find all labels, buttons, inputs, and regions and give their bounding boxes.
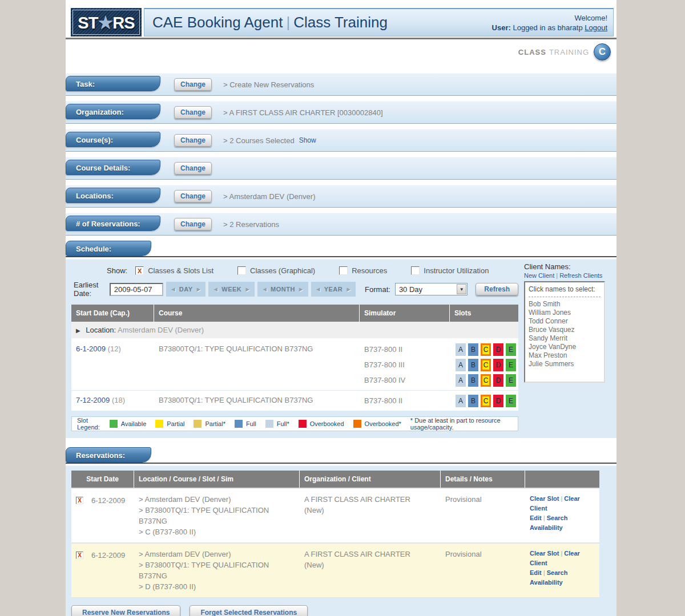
slot-badge-b[interactable]: B xyxy=(468,374,478,387)
clear-slot-link[interactable]: Clear Slot xyxy=(530,550,559,557)
slot-badge-b[interactable]: B xyxy=(468,395,478,407)
logout-link[interactable]: Logout xyxy=(585,23,607,32)
listbox-header: Click names to select: xyxy=(529,285,601,294)
slot-badge-b[interactable]: B xyxy=(468,343,478,356)
edit-link[interactable]: Edit xyxy=(530,514,542,521)
clear-slot-link[interactable]: Clear Slot xyxy=(530,495,559,502)
month-forward-icon[interactable]: ► xyxy=(298,286,304,293)
week-back-icon[interactable]: ◄ xyxy=(212,286,219,293)
legend-item-full: Full* xyxy=(265,420,289,428)
actions-cell: Clear Slot | Clear ClientEdit | Search A… xyxy=(525,489,599,542)
show-option-resources: Resources xyxy=(339,266,387,275)
change-button-organization[interactable]: Change xyxy=(174,106,212,119)
slot-badge-a[interactable]: A xyxy=(456,374,466,387)
schedule-table: Start Date (Cap.)CourseSimulatorSlots ▶ … xyxy=(71,305,518,411)
change-button-course-details[interactable]: Change xyxy=(174,162,212,175)
schedule-row: 7-12-2009 (18)B73800TQ/1: TYPE QUALIFICA… xyxy=(71,390,518,411)
location-line: > Amsterdam DEV (Denver) xyxy=(139,494,295,505)
client-name-julie-summers[interactable]: Julie Summers xyxy=(529,360,601,368)
slot-badge-row: ABCDE xyxy=(450,342,518,357)
client-name-joyce-vandyne[interactable]: Joyce VanDyne xyxy=(529,343,601,351)
client-name-todd-conner[interactable]: Todd Conner xyxy=(529,317,601,326)
month-back-icon[interactable]: ◄ xyxy=(261,286,268,293)
client-name-max-preston[interactable]: Max Preston xyxy=(529,351,601,360)
change-button-task[interactable]: Change xyxy=(174,78,212,91)
start-date-link[interactable]: 6-1-2009 xyxy=(76,345,106,353)
slot-badge-d[interactable]: D xyxy=(493,359,503,371)
slot-badge-c[interactable]: C xyxy=(481,374,491,387)
slot-badge-e[interactable]: E xyxy=(506,374,516,387)
link-separator: | xyxy=(542,514,547,521)
forget-selected-reservations-button[interactable]: Forget Selected Reservations xyxy=(190,605,308,616)
slot-badge-d[interactable]: D xyxy=(493,395,503,407)
day-forward-icon[interactable]: ► xyxy=(195,286,202,293)
star-icon: ★ xyxy=(98,13,112,32)
refresh-clients-link[interactable]: Refresh Clients xyxy=(559,272,602,279)
chevron-down-icon[interactable]: ▼ xyxy=(457,284,466,294)
client-names-listbox[interactable]: Click names to select: Bob SmithWilliam … xyxy=(524,281,605,383)
schedule-section: Schedule: Show: XClasses & Slots ListCla… xyxy=(66,241,616,438)
welcome-text: Welcome! xyxy=(492,13,607,23)
expand-triangle-icon: ▶ xyxy=(76,327,80,334)
stepper-label: DAY xyxy=(179,286,193,293)
slot-badge-e[interactable]: E xyxy=(506,395,516,407)
show-link[interactable]: Show xyxy=(299,136,316,144)
slot-badge-c[interactable]: C xyxy=(481,343,491,356)
column-header-location-course-slot-sim: Location / Course / Slot / Sim xyxy=(134,471,300,488)
simulator-cell: B737-800 II xyxy=(360,391,450,411)
edit-link[interactable]: Edit xyxy=(530,569,542,576)
client-name-list: Bob SmithWilliam JonesTodd ConnerBruce V… xyxy=(529,300,601,368)
legend-label: Overbooked* xyxy=(365,420,401,427)
action-links-1: Clear Slot | Clear Client xyxy=(530,549,595,568)
slot-badge-d[interactable]: D xyxy=(493,343,503,356)
change-button-of-reservations[interactable]: Change xyxy=(174,218,212,230)
slot-badge-c[interactable]: C xyxy=(481,359,491,371)
slot-badge-e[interactable]: E xyxy=(506,359,516,371)
column-header-start-date-cap: Start Date (Cap.) xyxy=(71,305,154,322)
checkbox-classes-graphical[interactable] xyxy=(237,266,246,275)
year-forward-icon[interactable]: ► xyxy=(345,286,352,293)
legend-note: * Due at least in part to resource usage… xyxy=(410,417,513,431)
reserve-new-reservations-button[interactable]: Reserve New Reservations xyxy=(71,605,180,616)
client-name-bruce-vasquez[interactable]: Bruce Vasquez xyxy=(529,326,601,334)
refresh-button[interactable]: Refresh xyxy=(476,283,518,295)
reservation-checkbox[interactable]: X xyxy=(76,497,83,504)
capacity-value: (18) xyxy=(112,396,125,404)
course-cell: B73800TQ/1: TYPE QUALIFICATION B737NG xyxy=(154,339,360,390)
stepper-label: YEAR xyxy=(324,286,343,293)
slot-badge-e[interactable]: E xyxy=(506,343,516,356)
start-date-link[interactable]: 7-12-2009 xyxy=(76,396,110,404)
checkbox-classes-slots-list[interactable]: X xyxy=(135,266,144,275)
legend-color-chip xyxy=(265,420,273,428)
change-button-locations[interactable]: Change xyxy=(174,190,212,202)
slot-badge-a[interactable]: A xyxy=(456,395,466,407)
selection-tab-task: Task: xyxy=(66,76,160,91)
checkbox-instructor-utilization[interactable] xyxy=(411,266,420,275)
selection-value: > A FIRST CLASS AIR CHARTER [0030002840] xyxy=(223,108,383,117)
client-name-william-jones[interactable]: William Jones xyxy=(529,309,601,317)
organization-cell: A FIRST CLASS AIR CHARTER(New) xyxy=(300,544,441,597)
slot-badge-a[interactable]: A xyxy=(456,359,466,371)
page-content: ST★RS CAE Booking Agent|Class Training W… xyxy=(66,0,616,616)
location-group-row[interactable]: ▶ Location: Amsterdam DEV (Denver) xyxy=(71,322,518,339)
day-back-icon[interactable]: ◄ xyxy=(170,286,176,293)
client-name-sandy-merrit[interactable]: Sandy Merrit xyxy=(529,334,601,343)
year-back-icon[interactable]: ◄ xyxy=(315,286,321,293)
slot-badge-a[interactable]: A xyxy=(456,343,466,356)
new-client-link[interactable]: New Client xyxy=(524,272,554,279)
app-header: ST★RS CAE Booking Agent|Class Training W… xyxy=(66,0,616,39)
slot-badge-c[interactable]: C xyxy=(481,395,491,407)
earliest-date-input[interactable] xyxy=(110,283,163,296)
week-forward-icon[interactable]: ► xyxy=(244,286,251,293)
format-select[interactable]: 30 Day ▼ xyxy=(395,283,468,295)
slot-badge-d[interactable]: D xyxy=(493,374,503,387)
slot-badge-b[interactable]: B xyxy=(468,359,478,371)
reservation-checkbox[interactable]: X xyxy=(76,552,83,559)
change-button-course-s[interactable]: Change xyxy=(174,134,212,147)
legend-item-available: Available xyxy=(110,420,146,428)
title-bar: CAE Booking Agent|Class Training Welcome… xyxy=(144,8,614,37)
slot-badge-row: ABCDE xyxy=(450,357,518,372)
client-name-bob-smith[interactable]: Bob Smith xyxy=(529,300,601,309)
checkbox-resources[interactable] xyxy=(339,266,348,275)
format-label: Format: xyxy=(365,285,390,294)
